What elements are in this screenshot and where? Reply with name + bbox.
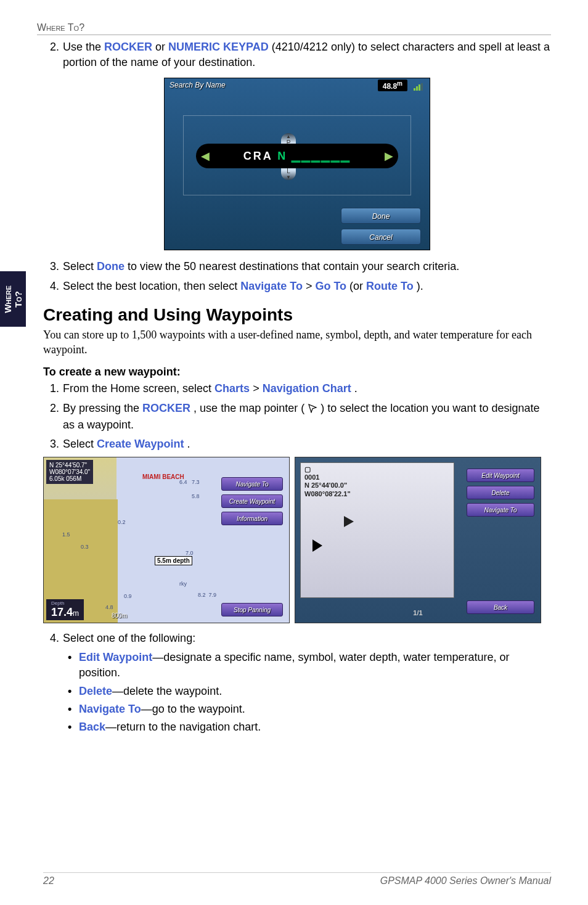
delete-button[interactable]: Delete: [467, 486, 534, 499]
text: to view the 50 nearest destinations that…: [128, 260, 459, 272]
bullet-icon: •: [68, 684, 79, 699]
waypoint-info: ▢ 0001 N 25°44'00.0" W080°08'22.1": [304, 465, 351, 498]
delete-label: Delete: [79, 685, 112, 697]
stop-panning-button[interactable]: Stop Panning: [221, 603, 283, 616]
charts-link: Charts: [214, 382, 250, 395]
step-num: 4.: [43, 279, 59, 294]
page-header: Where To?: [37, 22, 551, 35]
text: —return to the navigation chart.: [105, 721, 261, 733]
wheel-letter: L: [281, 168, 296, 174]
text: Select one of the following:: [63, 631, 551, 646]
navigate-to-button[interactable]: Navigate To: [221, 477, 283, 491]
coords-box: N 25°44'50.7" W080°07'34.0" 6.05k 056M: [46, 460, 93, 484]
screenshot-chart: N 25°44'50.7" W080°07'34.0" 6.05k 056M M…: [43, 457, 290, 623]
step-4-select: 4. Select one of the following:: [43, 631, 551, 646]
step-4: 4. Select the best location, then select…: [43, 279, 551, 294]
svg-rect-0: [414, 88, 415, 91]
step-num: 3.: [43, 436, 59, 452]
go-to-link: Go To: [315, 280, 346, 292]
arrow-left-icon[interactable]: ◀: [196, 149, 214, 163]
step-num: 4.: [43, 631, 59, 646]
step-num: 2.: [43, 401, 59, 433]
rocker-label: ROCKER: [104, 41, 152, 53]
bullet-edit: • Edit Waypoint—designate a specific nam…: [68, 650, 551, 681]
navigate-to-button[interactable]: Navigate To: [467, 503, 534, 517]
bullet-icon: •: [68, 650, 79, 681]
text: Select: [63, 438, 97, 450]
svg-rect-3: [421, 83, 423, 91]
back-button[interactable]: Back: [467, 600, 534, 614]
depth-callout: 5.5m depth: [155, 556, 192, 565]
waypoint-panel: ▢ 0001 N 25°44'00.0" W080°08'22.1": [300, 462, 454, 598]
rocker-label: ROCKER: [142, 402, 190, 414]
side-tab-line2: To?: [12, 291, 23, 308]
page-footer: 22 GPSMAP 4000 Series Owner's Manual: [43, 872, 551, 887]
svg-rect-1: [416, 86, 418, 91]
text: By pressing the: [63, 402, 142, 414]
screenshot-waypoint: ▢ 0001 N 25°44'00.0" W080°08'22.1" 1/1 E…: [295, 457, 541, 623]
bullet-icon: •: [68, 719, 79, 735]
navigate-to-link: Navigate To: [240, 280, 303, 292]
text: From the Home screen, select: [63, 382, 214, 395]
bullet-navigate: • Navigate To—go to the waypoint.: [68, 702, 551, 717]
bullet-delete: • Delete—delete the waypoint.: [68, 684, 551, 699]
depth-meter: Depth 17.4m: [46, 599, 84, 620]
create-waypoint-link: Create Waypoint: [97, 438, 184, 450]
page-number: 22: [43, 875, 54, 887]
text: >: [253, 382, 263, 395]
cancel-button[interactable]: Cancel: [341, 229, 421, 245]
signal-icon: [414, 81, 426, 88]
bullet-back: • Back—return to the navigation chart.: [68, 719, 551, 735]
text: ).: [417, 280, 423, 292]
arrow-right-icon[interactable]: ▶: [380, 149, 398, 163]
text: , use the map pointer (: [194, 402, 304, 414]
text: or: [155, 41, 168, 53]
text: —delete the waypoint.: [112, 685, 222, 697]
selection-arrow-icon: [319, 512, 356, 534]
section-heading: Creating and Using Waypoints: [43, 305, 551, 325]
text: .: [354, 382, 357, 395]
edit-waypoint-button[interactable]: Edit Waypoint: [467, 469, 534, 482]
wheel-up-icon[interactable]: ▲: [281, 134, 296, 139]
cursor-letter: N: [277, 150, 287, 162]
route-to-link: Route To: [366, 280, 414, 292]
scale-bar: 800m: [112, 612, 127, 619]
svg-rect-2: [419, 84, 420, 91]
step-num: 2.: [43, 39, 59, 70]
information-button[interactable]: Information: [221, 512, 283, 525]
pointer-icon: [308, 402, 317, 417]
status-depth: 48.8m: [378, 80, 407, 91]
text: —go to the waypoint.: [141, 703, 245, 715]
step-3: 3. Select Done to view the 50 nearest de…: [43, 259, 551, 274]
text: Select the best location, then select: [63, 280, 240, 292]
side-tab-line1: Where: [2, 285, 13, 313]
bullet-icon: •: [68, 702, 79, 717]
entered-text: CRA: [243, 150, 272, 162]
wheel-down-icon[interactable]: ▼: [281, 174, 296, 180]
text: Use the: [63, 41, 104, 53]
step-2: 2. Use the ROCKER or NUMERIC KEYPAD (421…: [43, 39, 551, 70]
step-num: 1.: [43, 381, 59, 396]
spinner-container: ▲ P O N M L ▼ ◀ CRA N ▁▁▁▁▁▁ ▶: [183, 115, 411, 195]
page-indicator: 1/1: [413, 609, 422, 616]
manual-title: GPSMAP 4000 Series Owner's Manual: [380, 875, 551, 887]
text: >: [306, 280, 316, 292]
dual-screenshots: N 25°44'50.7" W080°07'34.0" 6.05k 056M M…: [43, 457, 551, 623]
screen-title: Search By Name: [169, 81, 226, 89]
create-waypoint-button[interactable]: Create Waypoint: [221, 494, 283, 508]
edit-waypoint-label: Edit Waypoint: [79, 651, 152, 663]
create-step-3: 3. Select Create Waypoint .: [43, 436, 551, 452]
numkeypad-label: NUMERIC KEYPAD: [168, 41, 269, 53]
done-link: Done: [97, 260, 125, 272]
subheading-create: To create a new waypoint:: [43, 366, 551, 379]
section-body: You can store up to 1,500 waypoints with…: [43, 327, 551, 358]
back-label: Back: [79, 721, 105, 733]
step-num: 3.: [43, 259, 59, 274]
create-step-1: 1. From the Home screen, select Charts >…: [43, 381, 551, 396]
text: .: [187, 438, 190, 450]
done-button[interactable]: Done: [341, 208, 421, 224]
create-step-2: 2. By pressing the ROCKER , use the map …: [43, 401, 551, 433]
navigate-to-label: Navigate To: [79, 703, 141, 715]
text: (or: [349, 280, 366, 292]
screenshot-search-by-name: Search By Name 48.8m ▲ P O N M L ▼ ◀ CRA…: [164, 78, 430, 250]
